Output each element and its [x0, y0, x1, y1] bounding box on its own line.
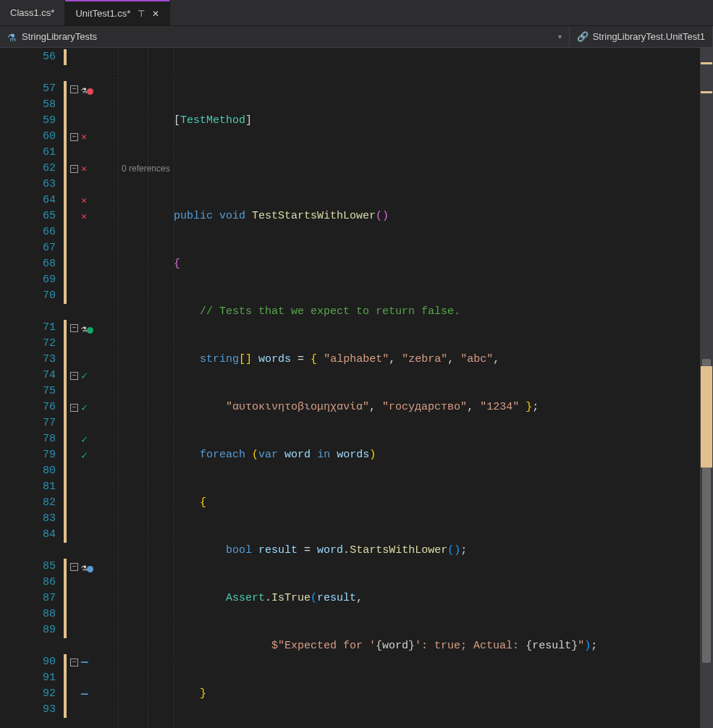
editor: 5657585960616263646566676869707172737475…	[0, 48, 713, 728]
close-icon[interactable]: ✕	[152, 9, 159, 19]
test-beaker-icon[interactable]	[81, 562, 91, 572]
code-margin: − −✕ −✕ ✕ ✕ − −✓ −✓ ✓ ✓ − −— —	[67, 48, 118, 728]
fold-toggle[interactable]: −	[70, 659, 78, 666]
tab-class1[interactable]: Class1.cs*	[0, 0, 65, 25]
test-notrun-icon: —	[81, 659, 88, 666]
tab-unittest1[interactable]: UnitTest1.cs* ⊤ ✕	[65, 0, 170, 25]
test-fail-icon: ✕	[81, 131, 87, 143]
tab-label: UnitTest1.cs*	[75, 8, 130, 19]
fold-toggle[interactable]: −	[70, 324, 78, 332]
fold-toggle[interactable]: −	[70, 133, 78, 141]
vertical-scrollbar[interactable]	[700, 48, 713, 728]
test-beaker-icon[interactable]	[81, 323, 91, 333]
class-icon: 🔗	[577, 31, 588, 42]
code-area[interactable]: [TestMethod] 0 references public void Te…	[118, 48, 700, 728]
test-notrun-icon: —	[81, 690, 88, 698]
project-icon	[7, 32, 17, 42]
fold-toggle[interactable]: −	[70, 85, 78, 93]
fold-toggle[interactable]: −	[70, 563, 78, 571]
fold-toggle[interactable]: −	[70, 372, 78, 380]
fold-toggle[interactable]: −	[70, 165, 78, 173]
test-pass-icon: ✓	[81, 449, 88, 462]
breadcrumb-label: StringLibraryTests	[22, 31, 97, 42]
breadcrumb-class[interactable]: 🔗 StringLibraryTest.UnitTest1	[570, 26, 713, 47]
test-fail-icon: ✕	[81, 211, 87, 222]
tab-label: Class1.cs*	[10, 7, 54, 18]
test-pass-icon: ✓	[81, 369, 88, 383]
breadcrumb-bar: StringLibraryTests ▾ 🔗 StringLibraryTest…	[0, 26, 713, 48]
pin-icon[interactable]: ⊤	[138, 9, 145, 19]
line-number-gutter: 5657585960616263646566676869707172737475…	[0, 48, 63, 728]
breadcrumb-label: StringLibraryTest.UnitTest1	[593, 31, 705, 42]
codelens-references[interactable]: 0 references	[119, 161, 700, 177]
test-beaker-icon[interactable]	[81, 84, 91, 94]
fold-toggle[interactable]: −	[70, 404, 78, 412]
test-fail-icon: ✕	[81, 163, 87, 174]
test-pass-icon: ✓	[81, 401, 88, 415]
test-pass-icon: ✓	[81, 433, 88, 446]
test-fail-icon: ✕	[81, 195, 87, 206]
tab-bar: Class1.cs* UnitTest1.cs* ⊤ ✕	[0, 0, 713, 26]
breadcrumb-project[interactable]: StringLibraryTests ▾	[0, 26, 570, 47]
chevron-down-icon[interactable]: ▾	[558, 33, 562, 41]
